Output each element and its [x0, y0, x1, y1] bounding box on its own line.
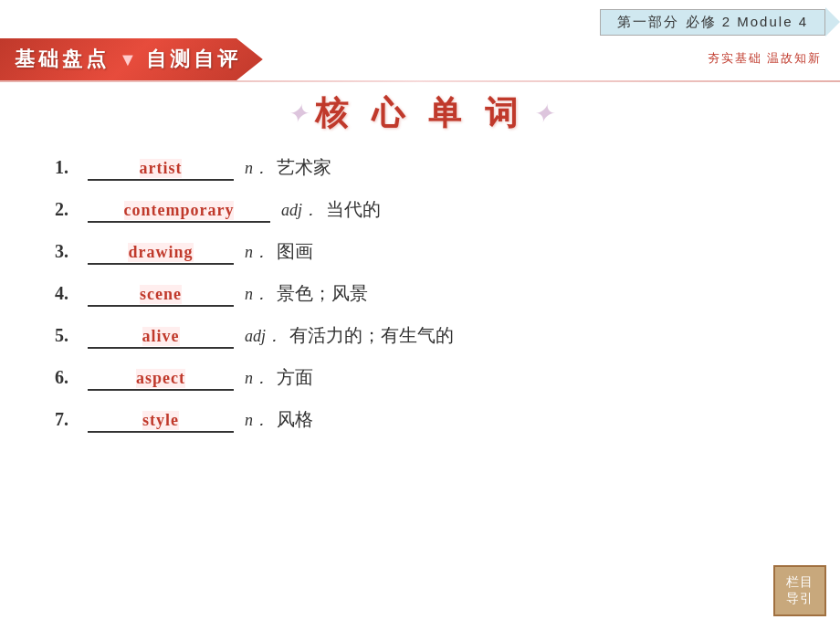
header-line [0, 80, 840, 82]
vocab-underline [88, 221, 270, 223]
vocab-word: contemporary [124, 201, 235, 220]
vocab-underline [88, 347, 234, 349]
vocab-meaning: 有活力的；有生气的 [289, 323, 454, 348]
vocab-item: 4. scene n． 景色；风景 [55, 281, 785, 307]
vocab-meaning: 景色；风景 [277, 281, 368, 306]
top-header-text: 第一部分 必修 2 Module 4 [600, 9, 825, 36]
vocab-pos: adj． [245, 325, 282, 347]
left-banner: 基础盘点 ▼ 自测自评 [0, 38, 263, 80]
right-subtitle: 夯实基础 温故知新 [708, 50, 822, 67]
main-title-area: ✦ 核 心 单 词 ✦ [0, 91, 840, 136]
vocab-number: 2. [55, 199, 88, 220]
vocab-underline [88, 179, 234, 181]
vocab-item: 6. aspect n． 方面 [55, 365, 785, 391]
vocab-item: 3. drawing n． 图画 [55, 239, 785, 265]
vocab-word: artist [140, 159, 183, 178]
vocab-word: drawing [128, 243, 193, 262]
header-arrow-icon [825, 7, 840, 37]
title-deco-left: ✦ [287, 99, 308, 129]
vocab-list: 1. artist n． 艺术家 2. contemporary adj． 当代… [55, 155, 785, 449]
vocab-blank-container: alive [88, 327, 234, 349]
vocab-number: 3. [55, 241, 88, 262]
title-deco-right: ✦ [532, 99, 553, 129]
banner-title2: 自测自评 [146, 46, 241, 73]
vocab-blank-container: contemporary [88, 201, 270, 223]
vocab-blank-container: drawing [88, 243, 234, 265]
vocab-blank-container: scene [88, 285, 234, 307]
vocab-number: 5. [55, 325, 88, 346]
vocab-underline [88, 305, 234, 307]
vocab-blank-container: style [88, 411, 234, 433]
vocab-pos: adj． [281, 199, 319, 221]
vocab-meaning: 方面 [277, 365, 313, 390]
vocab-meaning: 当代的 [326, 197, 381, 222]
vocab-item: 7. style n． 风格 [55, 407, 785, 433]
vocab-meaning: 图画 [277, 239, 313, 264]
vocab-underline [88, 431, 234, 433]
vocab-meaning: 艺术家 [277, 155, 331, 180]
vocab-item: 2. contemporary adj． 当代的 [55, 197, 785, 223]
vocab-pos: n． [245, 283, 269, 305]
vocab-word: style [142, 411, 179, 430]
vocab-number: 4. [55, 283, 88, 304]
vocab-pos: n． [245, 157, 269, 179]
vocab-pos: n． [245, 241, 269, 263]
vocab-number: 7. [55, 409, 88, 430]
top-header: 第一部分 必修 2 Module 4 [600, 7, 840, 37]
vocab-number: 6. [55, 367, 88, 388]
vocab-word: aspect [136, 369, 185, 388]
banner-separator: ▼ [119, 49, 137, 70]
vocab-pos: n． [245, 409, 269, 431]
nav-button-line1: 栏目 [786, 574, 814, 591]
vocab-pos: n． [245, 367, 269, 389]
vocab-blank-container: artist [88, 159, 234, 181]
nav-button-line2: 导引 [786, 591, 814, 607]
vocab-underline [88, 389, 234, 391]
nav-button[interactable]: 栏目 导引 [773, 565, 826, 616]
vocab-word: scene [140, 285, 182, 304]
main-title: 核 心 单 词 [315, 91, 525, 136]
vocab-item: 5. alive adj． 有活力的；有生气的 [55, 323, 785, 349]
vocab-item: 1. artist n． 艺术家 [55, 155, 785, 181]
banner-title1: 基础盘点 [15, 46, 110, 73]
vocab-number: 1. [55, 157, 88, 178]
vocab-word: alive [142, 327, 180, 346]
vocab-meaning: 风格 [277, 407, 313, 432]
vocab-blank-container: aspect [88, 369, 234, 391]
vocab-underline [88, 263, 234, 265]
